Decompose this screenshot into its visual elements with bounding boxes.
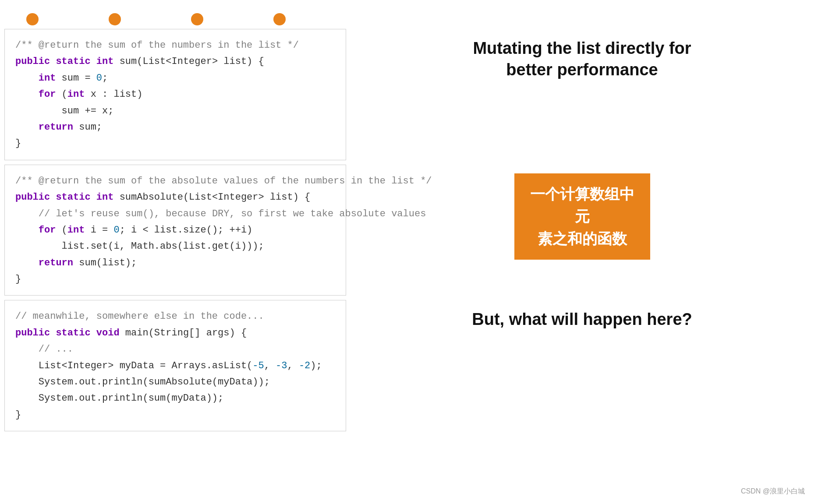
dot-4 [273, 13, 286, 25]
dot-3 [191, 13, 203, 25]
annotation-text-3: But, what will happen here? [472, 309, 692, 330]
code-block-1: /** @return the sum of the numbers in th… [4, 29, 346, 160]
orange-text: 一个计算数组中元素之和的函数 [530, 186, 634, 247]
section-3: // meanwhile, somewhere else in the code… [0, 300, 818, 431]
dot-2 [109, 13, 121, 25]
decorative-dots [26, 13, 818, 25]
section-2: /** @return the sum of the absolute valu… [0, 165, 818, 296]
code-block-2: /** @return the sum of the absolute valu… [4, 165, 346, 296]
watermark: CSDN @浪里小白城 [741, 487, 805, 496]
section-1: /** @return the sum of the numbers in th… [0, 29, 818, 160]
orange-annotation-box: 一个计算数组中元素之和的函数 [514, 173, 650, 260]
annotation-area-2: 一个计算数组中元素之和的函数 [346, 165, 818, 268]
annotation-text-1: Mutating the list directly for better pe… [451, 38, 714, 81]
annotation-area-1: Mutating the list directly for better pe… [346, 29, 818, 90]
dot-1 [26, 13, 39, 25]
code-block-3: // meanwhile, somewhere else in the code… [4, 300, 346, 431]
annotation-area-3: But, what will happen here? [346, 300, 818, 339]
